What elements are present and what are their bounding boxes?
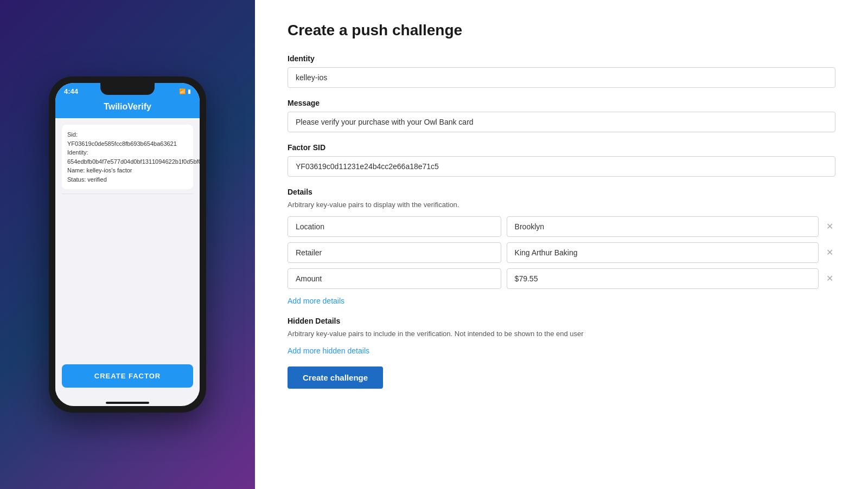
remove-row-3-button[interactable]: ✕ <box>824 272 835 285</box>
details-key-2[interactable] <box>288 242 501 263</box>
form-panel: Create a push challenge Identity Message… <box>255 0 868 489</box>
identity-label: Identity <box>288 54 835 63</box>
add-more-details-link[interactable]: Add more details <box>288 297 344 305</box>
details-key-1[interactable] <box>288 216 501 237</box>
phone-notch <box>100 83 155 95</box>
phone-info-box: Sid: YF03619c0de585fcc8fb693b654ba63621 … <box>62 125 193 189</box>
sid-label: Sid: <box>67 131 78 138</box>
factor-sid-input[interactable] <box>288 156 835 177</box>
details-value-1[interactable] <box>507 216 819 237</box>
identity-input[interactable] <box>288 67 835 88</box>
phone-screen: 4:44 📶 ▮ TwilioVerify Sid: YF03619c0de58… <box>55 83 200 406</box>
home-indicator <box>106 402 149 404</box>
details-key-3[interactable] <box>288 268 501 289</box>
add-more-hidden-details-link[interactable]: Add more hidden details <box>288 346 369 355</box>
details-value-3[interactable] <box>507 268 819 289</box>
details-section: Details Arbitrary key-value pairs to dis… <box>288 188 835 306</box>
hidden-details-section: Hidden Details Arbitrary key-value pairs… <box>288 317 835 356</box>
message-input[interactable] <box>288 112 835 132</box>
identity-value: 654edbfb0b4f7e577d04d0bf1311094622b1f0d5… <box>67 158 200 165</box>
hidden-details-description: Arbitrary key-value pairs to include in … <box>288 330 835 338</box>
phone-bottom: CREATE FACTOR <box>55 360 200 398</box>
name-value: kelley-ios's factor <box>86 167 132 173</box>
details-row-1: ✕ <box>288 216 835 237</box>
factor-sid-label: Factor SID <box>288 143 835 152</box>
create-challenge-button[interactable]: Create challenge <box>288 366 383 389</box>
remove-row-2-button[interactable]: ✕ <box>824 246 835 259</box>
battery-icon: ▮ <box>188 88 191 94</box>
form-title: Create a push challenge <box>288 22 835 39</box>
sid-value: YF03619c0de585fcc8fb693b654ba63621 <box>67 140 177 147</box>
phone-divider <box>62 194 193 194</box>
status-value: verified <box>87 176 106 183</box>
details-row-3: ✕ <box>288 268 835 289</box>
phone-app-title: TwilioVerify <box>55 98 200 118</box>
phone-panel: 4:44 📶 ▮ TwilioVerify Sid: YF03619c0de58… <box>0 0 255 489</box>
details-description: Arbitrary key-value pairs to display wit… <box>288 201 835 209</box>
identity-section: Identity <box>288 54 835 88</box>
phone-content: Sid: YF03619c0de585fcc8fb693b654ba63621 … <box>55 118 200 360</box>
details-label: Details <box>288 188 835 196</box>
factor-sid-section: Factor SID <box>288 143 835 177</box>
phone-mockup: 4:44 📶 ▮ TwilioVerify Sid: YF03619c0de58… <box>49 76 206 413</box>
details-row-2: ✕ <box>288 242 835 263</box>
create-factor-button[interactable]: CREATE FACTOR <box>62 364 193 388</box>
remove-row-1-button[interactable]: ✕ <box>824 220 835 233</box>
message-section: Message <box>288 99 835 132</box>
hidden-details-label: Hidden Details <box>288 317 835 325</box>
status-time: 4:44 <box>64 87 78 95</box>
status-icons: 📶 ▮ <box>179 88 191 94</box>
name-label: Name: <box>67 167 85 173</box>
status-label: Status: <box>67 176 86 183</box>
identity-label: Identity: <box>67 149 88 156</box>
message-label: Message <box>288 99 835 107</box>
wifi-icon: 📶 <box>179 88 186 94</box>
details-value-2[interactable] <box>507 242 819 263</box>
